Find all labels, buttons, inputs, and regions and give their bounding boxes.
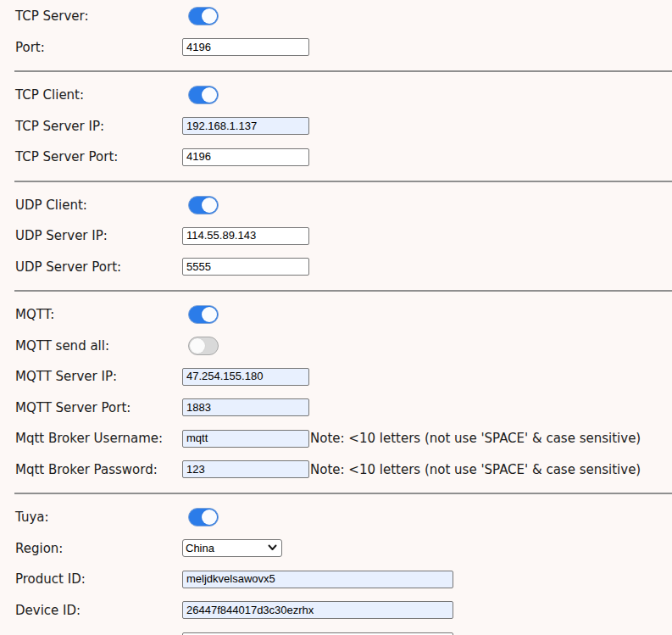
settings-row: Port: (0, 32, 672, 64)
settings-row: UDP Server Port: (0, 252, 672, 283)
settings-row: UDP Server IP: (0, 220, 672, 252)
tuya-toggle[interactable] (188, 508, 219, 526)
settings-row: MQTT Server IP: (0, 361, 672, 393)
settings-form: TCP Server: Port: TCP Client: TCP Server… (0, 0, 672, 635)
mqtt-server-ip-label: MQTT Server IP: (15, 369, 182, 384)
tuya-label: Tuya: (15, 510, 182, 525)
udp-client-toggle[interactable] (188, 196, 219, 214)
settings-row: MQTT send all: (0, 331, 672, 362)
region-select-wrap: China (182, 539, 282, 557)
mqtt-toggle[interactable] (188, 305, 219, 324)
section-divider (14, 70, 672, 72)
password-note: Note: <10 letters (not use 'SPACE' & cas… (310, 462, 641, 477)
username-note: Note: <10 letters (not use 'SPACE' & cas… (310, 431, 641, 446)
mqtt-server-ip-input[interactable] (182, 368, 309, 386)
settings-row: MQTT Server Port: (0, 393, 672, 424)
udp-server-port-input[interactable] (182, 258, 309, 276)
settings-row: MQTT: (0, 299, 672, 331)
section-divider (14, 181, 672, 182)
port-label: Port: (15, 40, 182, 55)
settings-row: TCP Server IP: (0, 111, 672, 142)
tcp-client-toggle[interactable] (188, 86, 219, 104)
settings-row: TCP Server Port: (0, 142, 672, 173)
tcp-server-port-label: TCP Server Port: (15, 149, 182, 164)
settings-row: UDP Client: (0, 190, 672, 221)
section-divider (14, 493, 672, 494)
settings-row (0, 626, 672, 635)
section-divider (14, 290, 672, 292)
mqtt-send-all-label: MQTT send all: (15, 338, 182, 354)
port-input[interactable] (182, 38, 309, 56)
product-id-input[interactable] (182, 571, 453, 588)
tcp-server-toggle[interactable] (188, 7, 219, 25)
product-id-label: Product ID: (15, 571, 182, 587)
settings-row: Device ID: (0, 595, 672, 627)
device-id-label: Device ID: (15, 603, 182, 618)
mqtt-server-port-input[interactable] (182, 398, 309, 416)
settings-row: Mqtt Broker Username: Note: <10 letters … (0, 423, 672, 454)
tcp-server-port-input[interactable] (182, 148, 309, 166)
toggle-knob-icon (202, 307, 217, 322)
mqtt-broker-password-label: Mqtt Broker Password: (15, 462, 182, 477)
mqtt-broker-username-label: Mqtt Broker Username: (15, 431, 182, 446)
toggle-knob-icon (190, 338, 205, 354)
mqtt-broker-username-input[interactable] (182, 430, 309, 448)
tcp-client-label: TCP Client: (15, 87, 182, 103)
settings-row: Tuya: (0, 502, 672, 533)
settings-row: TCP Client: (0, 80, 672, 111)
udp-server-port-label: UDP Server Port: (15, 259, 182, 275)
tcp-server-label: TCP Server: (15, 8, 182, 24)
udp-server-ip-label: UDP Server IP: (15, 228, 182, 243)
toggle-knob-icon (202, 87, 217, 103)
tcp-server-ip-label: TCP Server IP: (15, 119, 182, 134)
settings-row: Region: China (0, 533, 672, 565)
mqtt-server-port-label: MQTT Server Port: (15, 400, 182, 415)
settings-row: TCP Server: (0, 1, 672, 32)
region-label: Region: (15, 541, 182, 556)
mqtt-label: MQTT: (15, 307, 182, 322)
mqtt-broker-password-input[interactable] (182, 460, 309, 478)
settings-row: Product ID: (0, 564, 672, 595)
device-id-input[interactable] (182, 601, 453, 619)
mqtt-send-all-toggle[interactable] (188, 337, 219, 355)
settings-row: Mqtt Broker Password: Note: <10 letters … (0, 454, 672, 486)
tcp-server-ip-input[interactable] (182, 117, 309, 135)
udp-server-ip-input[interactable] (182, 227, 309, 245)
toggle-knob-icon (202, 198, 217, 213)
toggle-knob-icon (202, 510, 217, 525)
udp-client-label: UDP Client: (15, 198, 182, 213)
region-select[interactable]: China (182, 539, 282, 557)
toggle-knob-icon (202, 8, 217, 24)
